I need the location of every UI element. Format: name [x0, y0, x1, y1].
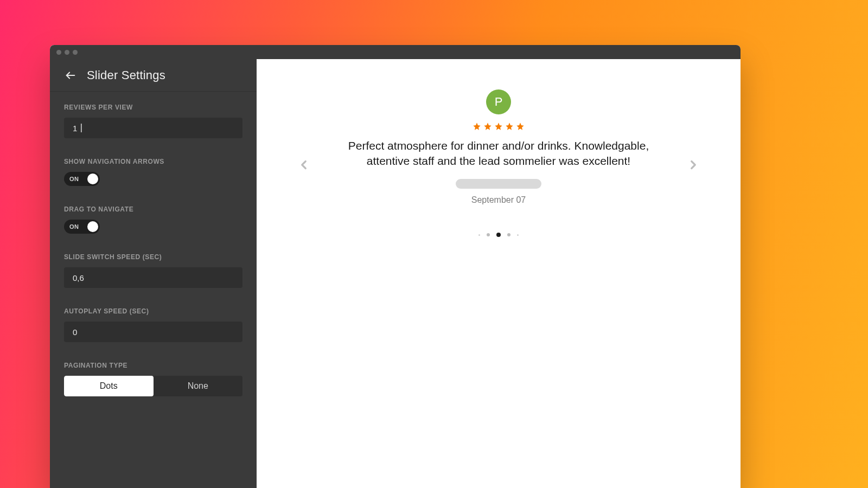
- field-show-nav-arrows: SHOW NAVIGATION ARROWS ON: [64, 158, 242, 186]
- field-label: REVIEWS PER VIEW: [64, 104, 242, 111]
- field-label: PAGINATION TYPE: [64, 362, 242, 369]
- review-card: P Perfect atmosphere for dinner and/or d…: [292, 89, 705, 205]
- star-icon: [483, 122, 492, 131]
- pagination-option-none[interactable]: None: [154, 376, 243, 396]
- field-reviews-per-view: REVIEWS PER VIEW |: [64, 104, 242, 138]
- field-slide-speed: SLIDE SWITCH SPEED (SEC): [64, 253, 242, 288]
- star-icon: [473, 122, 481, 131]
- window-titlebar: [50, 45, 741, 59]
- text-cursor-icon: |: [79, 122, 84, 132]
- star-icon: [494, 122, 503, 131]
- next-arrow-button[interactable]: [685, 157, 701, 173]
- field-autoplay-speed: AUTOPLAY SPEED (SEC): [64, 307, 242, 342]
- chevron-right-icon: [686, 158, 700, 172]
- field-label: SHOW NAVIGATION ARROWS: [64, 158, 242, 165]
- review-text: Perfect atmosphere for dinner and/or dri…: [336, 138, 661, 169]
- sidebar-content: REVIEWS PER VIEW | SHOW NAVIGATION ARROW…: [50, 92, 257, 402]
- pagination-dot[interactable]: [517, 234, 519, 236]
- pagination-segmented-control: Dots None: [64, 376, 242, 396]
- show-arrows-toggle[interactable]: ON: [64, 172, 100, 186]
- toggle-knob: [87, 221, 98, 232]
- toggle-state-label: ON: [69, 176, 79, 182]
- pagination-option-dots[interactable]: Dots: [64, 376, 154, 396]
- slider-preview: P Perfect atmosphere for dinner and/or d…: [257, 59, 741, 488]
- star-icon: [505, 122, 514, 131]
- slide-speed-input[interactable]: [64, 267, 242, 288]
- toggle-state-label: ON: [69, 223, 79, 230]
- pagination-dot[interactable]: [507, 233, 510, 236]
- back-button[interactable]: [63, 68, 78, 83]
- prev-arrow-button[interactable]: [296, 157, 312, 173]
- author-placeholder: [456, 179, 541, 189]
- autoplay-speed-input[interactable]: [64, 322, 242, 342]
- avatar: P: [486, 89, 511, 114]
- reviews-per-view-input[interactable]: [64, 118, 242, 138]
- field-label: SLIDE SWITCH SPEED (SEC): [64, 253, 242, 261]
- chevron-left-icon: [297, 158, 311, 172]
- page-title: Slider Settings: [87, 68, 165, 82]
- drag-toggle[interactable]: ON: [64, 220, 100, 234]
- pagination-dot[interactable]: [478, 234, 480, 236]
- arrow-left-icon: [65, 69, 76, 81]
- field-pagination-type: PAGINATION TYPE Dots None: [64, 362, 242, 396]
- pagination-dots: [478, 233, 519, 237]
- app-background: Slider Settings REVIEWS PER VIEW | SHOW …: [0, 0, 868, 488]
- toggle-knob: [87, 174, 98, 184]
- pagination-dot[interactable]: [487, 233, 490, 236]
- traffic-light-close[interactable]: [56, 50, 61, 55]
- field-drag-to-navigate: DRAG TO NAVIGATE ON: [64, 206, 242, 234]
- traffic-light-minimize[interactable]: [65, 50, 69, 55]
- pagination-dot-active[interactable]: [496, 233, 501, 237]
- traffic-light-zoom[interactable]: [73, 50, 78, 55]
- star-rating: [473, 122, 525, 131]
- settings-window: Slider Settings REVIEWS PER VIEW | SHOW …: [50, 45, 741, 488]
- settings-sidebar: Slider Settings REVIEWS PER VIEW | SHOW …: [50, 59, 257, 488]
- window-body: Slider Settings REVIEWS PER VIEW | SHOW …: [50, 59, 741, 488]
- sidebar-header: Slider Settings: [50, 59, 257, 92]
- field-label: DRAG TO NAVIGATE: [64, 206, 242, 213]
- field-label: AUTOPLAY SPEED (SEC): [64, 307, 242, 315]
- review-date: September 07: [471, 195, 526, 205]
- star-icon: [516, 122, 525, 131]
